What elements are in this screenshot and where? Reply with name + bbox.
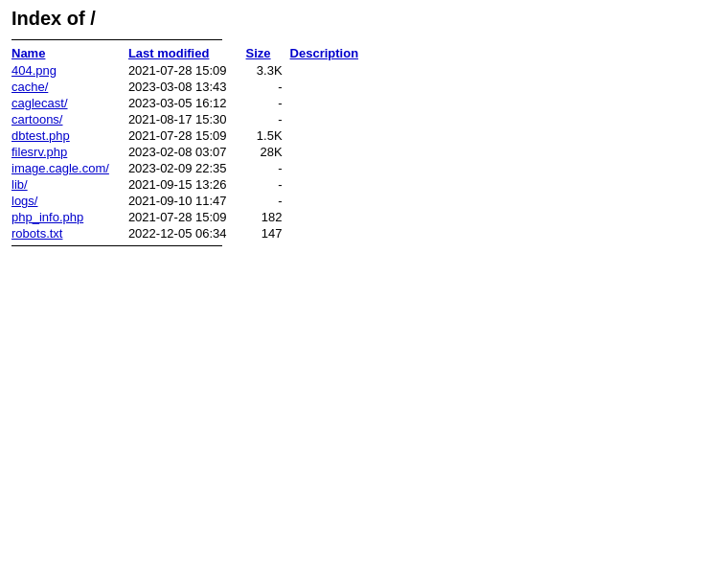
sort-by-size-link[interactable]: Size: [246, 46, 271, 60]
file-description-cell: [290, 127, 378, 144]
table-row: 404.png2021-07-28 15:093.3K: [11, 62, 377, 79]
table-row: caglecast/2023-03-05 16:12-: [11, 95, 377, 111]
file-description-cell: [290, 144, 378, 160]
file-description-cell: [290, 95, 378, 111]
file-name-cell: logs/: [11, 193, 128, 209]
file-modified-cell: 2021-07-28 15:09: [128, 127, 246, 144]
col-header-name[interactable]: Name: [11, 44, 128, 62]
file-size-cell: -: [246, 176, 290, 193]
file-link[interactable]: cache/: [11, 80, 48, 94]
table-row: image.cagle.com/2023-02-09 22:35-: [11, 160, 377, 176]
file-name-cell: lib/: [11, 176, 128, 193]
file-size-cell: 1.5K: [246, 127, 290, 144]
file-link[interactable]: filesrv.php: [11, 145, 67, 159]
file-link[interactable]: cartoons/: [11, 112, 62, 126]
file-modified-cell: 2021-08-17 15:30: [128, 111, 246, 127]
file-modified-cell: 2023-02-09 22:35: [128, 160, 246, 176]
file-description-cell: [290, 225, 378, 242]
file-modified-cell: 2022-12-05 06:34: [128, 225, 246, 242]
file-modified-cell: 2021-09-10 11:47: [128, 193, 246, 209]
file-modified-cell: 2021-07-28 15:09: [128, 62, 246, 79]
table-row: cartoons/2021-08-17 15:30-: [11, 111, 377, 127]
file-name-cell: dbtest.php: [11, 127, 128, 144]
file-description-cell: [290, 160, 378, 176]
file-modified-cell: 2023-03-08 13:43: [128, 79, 246, 95]
sort-by-description-link[interactable]: Description: [290, 46, 359, 60]
sort-by-name-link[interactable]: Name: [11, 46, 45, 60]
file-link[interactable]: dbtest.php: [11, 128, 70, 143]
file-description-cell: [290, 176, 378, 193]
file-modified-cell: 2021-09-15 13:26: [128, 176, 246, 193]
file-link[interactable]: php_info.php: [11, 210, 83, 224]
file-name-cell: robots.txt: [11, 225, 128, 242]
file-link[interactable]: 404.png: [11, 63, 57, 78]
file-size-cell: 28K: [246, 144, 290, 160]
file-name-cell: cartoons/: [11, 111, 128, 127]
table-row: robots.txt2022-12-05 06:34147: [11, 225, 377, 242]
page-title: Index of /: [11, 8, 717, 30]
file-rows: 404.png2021-07-28 15:093.3Kcache/2023-03…: [11, 62, 377, 242]
file-name-cell: cache/: [11, 79, 128, 95]
table-row: filesrv.php2023-02-08 03:0728K: [11, 144, 377, 160]
table-row: cache/2023-03-08 13:43-: [11, 79, 377, 95]
file-name-cell: filesrv.php: [11, 144, 128, 160]
file-name-cell: caglecast/: [11, 95, 128, 111]
file-listing-table: Name Last modified Size Description 404.…: [11, 44, 377, 242]
file-size-cell: 3.3K: [246, 62, 290, 79]
col-header-last-modified[interactable]: Last modified: [128, 44, 246, 62]
table-header-row: Name Last modified Size Description: [11, 44, 377, 62]
file-modified-cell: 2023-03-05 16:12: [128, 95, 246, 111]
file-size-cell: -: [246, 193, 290, 209]
file-link[interactable]: lib/: [11, 177, 28, 192]
file-size-cell: 147: [246, 225, 290, 242]
file-modified-cell: 2023-02-08 03:07: [128, 144, 246, 160]
file-size-cell: 182: [246, 209, 290, 225]
file-name-cell: php_info.php: [11, 209, 128, 225]
table-row: lib/2021-09-15 13:26-: [11, 176, 377, 193]
file-size-cell: -: [246, 79, 290, 95]
file-link[interactable]: logs/: [11, 194, 37, 208]
bottom-divider: [11, 245, 222, 246]
file-description-cell: [290, 193, 378, 209]
file-description-cell: [290, 79, 378, 95]
file-name-cell: 404.png: [11, 62, 128, 79]
sort-by-modified-link[interactable]: Last modified: [128, 46, 210, 60]
table-row: logs/2021-09-10 11:47-: [11, 193, 377, 209]
col-header-size[interactable]: Size: [246, 44, 290, 62]
file-name-cell: image.cagle.com/: [11, 160, 128, 176]
file-modified-cell: 2021-07-28 15:09: [128, 209, 246, 225]
file-link[interactable]: caglecast/: [11, 96, 68, 110]
file-description-cell: [290, 209, 378, 225]
table-row: php_info.php2021-07-28 15:09182: [11, 209, 377, 225]
col-header-description[interactable]: Description: [290, 44, 378, 62]
table-row: dbtest.php2021-07-28 15:091.5K: [11, 127, 377, 144]
file-size-cell: -: [246, 95, 290, 111]
file-description-cell: [290, 62, 378, 79]
file-size-cell: -: [246, 111, 290, 127]
file-description-cell: [290, 111, 378, 127]
file-link[interactable]: robots.txt: [11, 226, 62, 241]
file-link[interactable]: image.cagle.com/: [11, 161, 109, 175]
file-size-cell: -: [246, 160, 290, 176]
top-divider: [11, 39, 222, 40]
